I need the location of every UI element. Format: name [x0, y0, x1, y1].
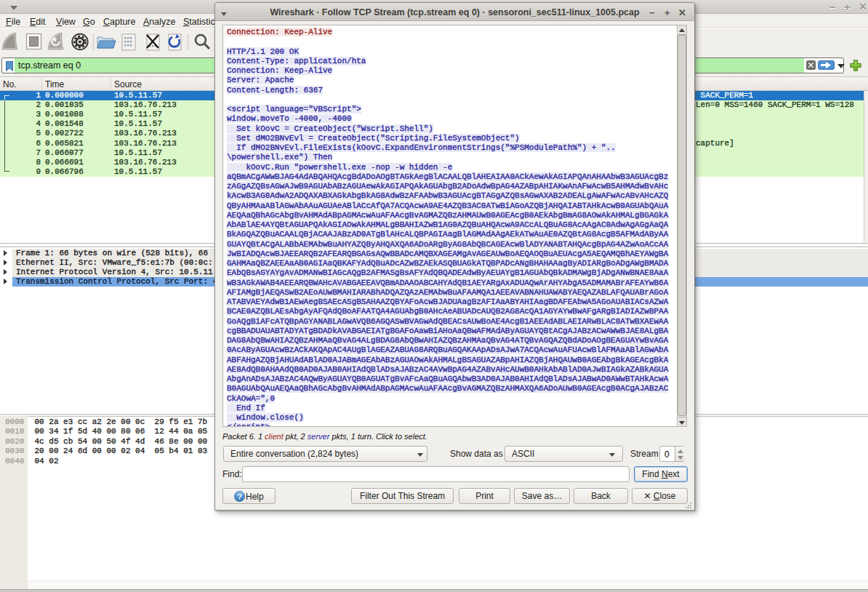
svg-text:?: ? [237, 492, 242, 501]
